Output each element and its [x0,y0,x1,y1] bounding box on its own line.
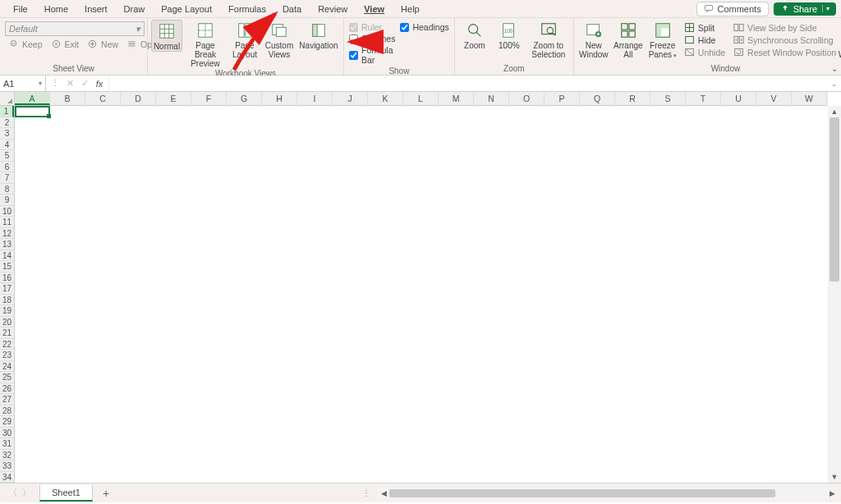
menu-insert[interactable]: Insert [76,2,116,16]
row-header[interactable]: 16 [0,273,14,284]
page-break-button[interactable]: Page Break Preview [184,20,227,68]
selected-cell[interactable] [15,106,50,117]
row-header[interactable]: 6 [0,162,14,173]
row-header[interactable]: 33 [0,460,14,472]
menu-file[interactable]: File [5,2,36,16]
row-header[interactable]: 8 [0,184,14,195]
col-header[interactable]: S [650,92,686,105]
row-header[interactable]: 2 [0,117,14,129]
hide-button[interactable]: Hide [681,34,728,46]
row-header[interactable]: 24 [0,361,14,373]
row-header[interactable]: 15 [0,261,14,273]
col-header[interactable]: M [439,92,474,105]
col-header[interactable]: C [85,92,121,105]
zoom-100-button[interactable]: 100 100% [493,20,526,50]
normal-view-button[interactable]: Normal [151,20,182,52]
headings-checkbox[interactable]: Headings [398,21,450,33]
col-header[interactable]: D [121,92,156,105]
sheet-tab-active[interactable]: Sheet1 [39,485,93,502]
formula-bar-expand[interactable]: ⌄ [828,76,841,91]
row-header[interactable]: 4 [0,140,14,151]
add-sheet-button[interactable]: + [93,487,119,500]
scroll-right-arrow[interactable]: ▶ [826,489,838,497]
col-header[interactable]: A [15,92,50,105]
col-header[interactable]: E [156,92,191,105]
col-header[interactable]: L [403,92,439,105]
new-view-button[interactable]: New [84,38,122,50]
col-header[interactable]: P [545,92,580,105]
col-header[interactable]: H [262,92,297,105]
exit-button[interactable]: Exit [48,38,83,50]
col-header[interactable]: F [191,92,227,105]
scroll-left-arrow[interactable]: ◀ [378,489,389,497]
ribbon-collapse-chevron[interactable]: ⌄ [831,64,838,73]
row-header[interactable]: 1 [0,106,14,117]
col-header[interactable]: K [368,92,403,105]
comments-button[interactable]: Comments [696,2,768,16]
row-header[interactable]: 20 [0,317,14,328]
row-header[interactable]: 21 [0,328,14,339]
formula-input[interactable] [109,76,828,91]
col-header[interactable]: U [721,92,756,105]
row-header[interactable]: 11 [0,217,14,228]
row-header[interactable]: 34 [0,472,14,483]
keep-button[interactable]: Keep [5,38,46,50]
row-header[interactable]: 7 [0,172,14,184]
row-header[interactable]: 12 [0,228,14,240]
share-button[interactable]: Share ▾ [774,2,836,16]
scroll-down-arrow[interactable]: ▼ [831,471,839,483]
row-header[interactable]: 3 [0,128,14,140]
menu-review[interactable]: Review [310,2,356,16]
menu-data[interactable]: Data [274,2,310,16]
sheetview-dropdown[interactable]: Default ▾ [5,21,145,36]
share-dropdown-arrow[interactable]: ▾ [822,5,830,12]
menu-home[interactable]: Home [36,2,76,16]
col-header[interactable]: N [474,92,509,105]
row-header[interactable]: 28 [0,405,14,417]
split-button[interactable]: Split [681,21,728,34]
fx-icon[interactable]: fx [94,79,105,89]
horizontal-scrollbar[interactable]: ◀ ▶ [378,488,838,499]
menu-help[interactable]: Help [393,2,428,16]
page-layout-button[interactable]: Page Layout [228,20,261,59]
tab-scroll-handle[interactable]: ⋮ [357,488,376,497]
freeze-panes-button[interactable]: Freeze Panes▾ [646,20,679,59]
row-header[interactable]: 14 [0,250,14,262]
menu-formulas[interactable]: Formulas [220,2,274,16]
row-header[interactable]: 25 [0,372,14,383]
col-header[interactable]: I [297,92,333,105]
row-header[interactable]: 19 [0,305,14,317]
v-scroll-thumb[interactable] [830,117,839,282]
scroll-up-arrow[interactable]: ▲ [831,106,839,117]
navigation-button[interactable]: Navigation [297,20,340,50]
col-header[interactable]: R [615,92,650,105]
col-header[interactable]: Q [580,92,615,105]
row-header[interactable]: 17 [0,283,14,295]
col-header[interactable]: V [756,92,792,105]
row-header[interactable]: 29 [0,416,14,428]
row-header[interactable]: 31 [0,438,14,450]
menu-page-layout[interactable]: Page Layout [153,2,220,16]
vertical-scrollbar[interactable]: ▲ ▼ [828,106,841,483]
row-header[interactable]: 10 [0,206,14,218]
row-header[interactable]: 30 [0,428,14,439]
select-all-corner[interactable] [0,92,15,106]
zoom-selection-button[interactable]: Zoom to Selection [527,20,570,59]
col-header[interactable]: G [227,92,262,105]
row-header[interactable]: 26 [0,383,14,395]
row-header[interactable]: 27 [0,394,14,405]
new-window-button[interactable]: New Window [577,20,610,59]
zoom-button[interactable]: Zoom [458,20,491,50]
col-header[interactable]: B [50,92,85,105]
row-header[interactable]: 22 [0,339,14,351]
row-header[interactable]: 5 [0,150,14,162]
custom-views-button[interactable]: Custom Views [263,20,296,59]
arrange-all-button[interactable]: Arrange All [612,20,645,59]
cells-area[interactable] [15,106,828,483]
col-header[interactable]: T [686,92,721,105]
menu-draw[interactable]: Draw [116,2,154,16]
row-header[interactable]: 9 [0,195,14,206]
row-header[interactable]: 18 [0,295,14,306]
name-box[interactable]: A1 ▾ [0,76,46,91]
row-headers[interactable]: 1234567891011121314151617181920212223242… [0,106,15,483]
